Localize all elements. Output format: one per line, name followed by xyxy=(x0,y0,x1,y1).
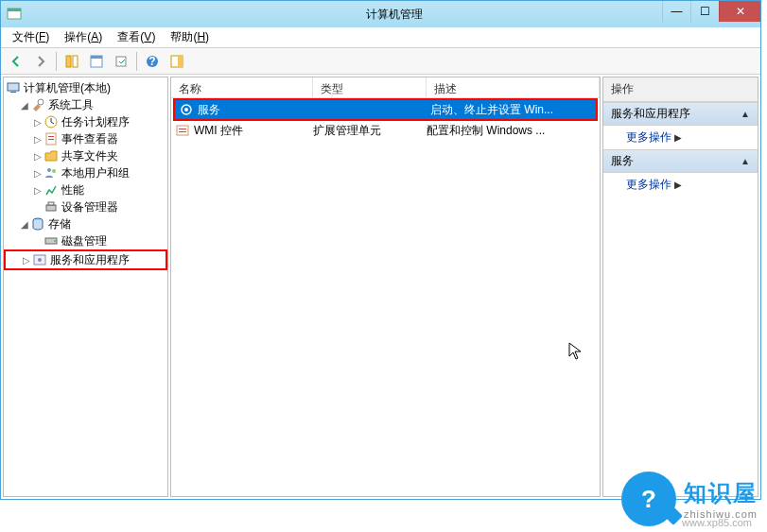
tree-services-apps[interactable]: ▷ 服务和应用程序 xyxy=(6,251,166,268)
watermark-url2: www.xp85.com xyxy=(682,517,752,528)
expand-icon[interactable]: ▷ xyxy=(21,255,32,266)
svg-rect-29 xyxy=(177,126,188,135)
svg-rect-5 xyxy=(91,56,102,59)
maximize-button[interactable]: ☐ xyxy=(690,1,719,22)
window-controls: — ☐ ✕ xyxy=(662,1,760,22)
list-row-services[interactable]: 服务 启动、终止并设置 Win... xyxy=(175,100,596,119)
services-apps-icon xyxy=(32,252,47,267)
action-more-2[interactable]: 更多操作 ▶ xyxy=(603,173,758,197)
expand-icon[interactable]: ▷ xyxy=(32,151,44,162)
toolbar-separator xyxy=(136,52,137,71)
svg-rect-31 xyxy=(179,131,186,132)
wmi-icon xyxy=(175,123,190,138)
help-button[interactable]: ? xyxy=(141,50,164,73)
svg-rect-30 xyxy=(179,129,186,129)
list-pane[interactable]: 名称 类型 描述 服务 启动、终止并设置 Win... WMI 控件 xyxy=(170,77,601,497)
close-button[interactable]: ✕ xyxy=(719,1,760,22)
svg-rect-21 xyxy=(48,202,54,205)
expand-icon[interactable]: ▷ xyxy=(32,134,44,145)
toolbar: ? xyxy=(1,48,760,75)
tree: 计算机管理(本地) ◢ 系统工具 ▷ 任务计划程序 ▷ 事件查看器 xyxy=(4,77,167,272)
svg-rect-1 xyxy=(8,9,21,11)
row-name: WMI 控件 xyxy=(194,123,243,139)
triangle-right-icon: ▶ xyxy=(674,132,682,143)
tree-event-viewer[interactable]: ▷ 事件查看器 xyxy=(4,130,167,147)
gear-icon xyxy=(179,102,194,117)
svg-point-19 xyxy=(52,169,56,173)
svg-point-24 xyxy=(54,240,56,242)
action-pane-button[interactable] xyxy=(166,50,188,73)
forward-button[interactable] xyxy=(29,50,52,73)
tree-performance[interactable]: ▷ 性能 xyxy=(4,181,167,198)
menu-view[interactable]: 查看(V) xyxy=(110,27,163,47)
svg-rect-16 xyxy=(48,136,54,137)
watermark-text: 知识屋 zhishiwu.com xyxy=(684,478,758,520)
tree-task-scheduler[interactable]: ▷ 任务计划程序 xyxy=(4,113,167,130)
actions-pane: 操作 服务和应用程序 ▲ 更多操作 ▶ 服务 ▲ 更多操作 ▶ xyxy=(602,77,758,497)
collapse-icon[interactable]: ◢ xyxy=(19,219,30,230)
svg-point-13 xyxy=(38,99,44,105)
col-header-type[interactable]: 类型 xyxy=(313,77,427,97)
row-name: 服务 xyxy=(198,102,220,118)
titlebar: 计算机管理 — ☐ ✕ xyxy=(1,1,760,27)
highlight-services-apps: ▷ 服务和应用程序 xyxy=(4,249,167,270)
row-type: 扩展管理单元 xyxy=(313,123,427,139)
computer-icon xyxy=(6,80,21,95)
list-row-wmi[interactable]: WMI 控件 扩展管理单元 配置和控制 Windows ... xyxy=(171,121,600,140)
menubar: 文件(F) 操作(A) 查看(V) 帮助(H) xyxy=(1,27,760,48)
expand-icon[interactable]: ▷ xyxy=(32,117,44,128)
question-bubble-icon: ? xyxy=(641,485,656,514)
device-icon xyxy=(44,199,59,215)
highlight-services-row: 服务 启动、终止并设置 Win... xyxy=(173,98,598,121)
svg-rect-2 xyxy=(66,56,71,67)
watermark-badge: ? xyxy=(621,472,676,526)
collapse-icon[interactable]: ◢ xyxy=(19,100,30,111)
tree-device-manager[interactable]: ▷ 设备管理器 xyxy=(4,198,167,215)
actions-header: 操作 xyxy=(603,77,758,102)
tree-root[interactable]: 计算机管理(本地) xyxy=(4,79,167,96)
col-header-desc[interactable]: 描述 xyxy=(427,77,600,97)
tree-storage[interactable]: ◢ 存储 xyxy=(4,215,167,232)
action-group-services[interactable]: 服务 ▲ xyxy=(603,149,758,173)
tree-local-users[interactable]: ▷ 本地用户和组 xyxy=(4,164,167,181)
menu-file[interactable]: 文件(F) xyxy=(5,27,57,47)
expand-icon[interactable]: ▷ xyxy=(32,185,44,196)
expand-icon[interactable]: ▷ xyxy=(32,168,44,179)
back-button[interactable] xyxy=(5,50,27,73)
minimize-button[interactable]: — xyxy=(662,1,690,22)
action-group-services-apps[interactable]: 服务和应用程序 ▲ xyxy=(603,102,758,126)
row-desc: 启动、终止并设置 Win... xyxy=(430,102,592,118)
storage-icon xyxy=(30,216,45,232)
triangle-right-icon: ▶ xyxy=(674,180,682,190)
col-header-name[interactable]: 名称 xyxy=(171,77,313,97)
disk-icon xyxy=(44,233,59,249)
folder-share-icon xyxy=(44,148,59,163)
svg-rect-6 xyxy=(116,57,126,66)
app-icon xyxy=(7,7,22,22)
window-frame: 计算机管理 — ☐ ✕ 文件(F) 操作(A) 查看(V) 帮助(H) ? 计算… xyxy=(0,0,761,500)
export-button[interactable] xyxy=(110,50,132,73)
tree-disk-management[interactable]: ▷ 磁盘管理 xyxy=(4,232,167,249)
menu-action[interactable]: 操作(A) xyxy=(57,27,110,47)
svg-rect-3 xyxy=(73,56,78,67)
tree-shared-folders[interactable]: ▷ 共享文件夹 xyxy=(4,147,167,164)
menu-help[interactable]: 帮助(H) xyxy=(163,27,217,47)
triangle-up-icon: ▲ xyxy=(741,109,750,119)
tree-pane[interactable]: 计算机管理(本地) ◢ 系统工具 ▷ 任务计划程序 ▷ 事件查看器 xyxy=(3,77,168,497)
svg-text:?: ? xyxy=(148,55,155,68)
triangle-up-icon: ▲ xyxy=(741,156,750,166)
performance-icon xyxy=(44,182,59,197)
users-icon xyxy=(44,165,59,180)
svg-rect-17 xyxy=(48,139,54,140)
svg-rect-12 xyxy=(10,92,16,93)
row-desc: 配置和控制 Windows ... xyxy=(427,123,596,139)
svg-rect-20 xyxy=(46,205,56,211)
svg-rect-10 xyxy=(178,56,183,67)
properties-button[interactable] xyxy=(85,50,108,73)
cursor-icon xyxy=(568,342,584,365)
action-more-1[interactable]: 更多操作 ▶ xyxy=(603,126,758,149)
tools-icon xyxy=(30,97,45,112)
tree-system-tools[interactable]: ◢ 系统工具 xyxy=(4,96,167,113)
event-icon xyxy=(44,131,59,146)
show-hide-tree-button[interactable] xyxy=(61,50,83,73)
